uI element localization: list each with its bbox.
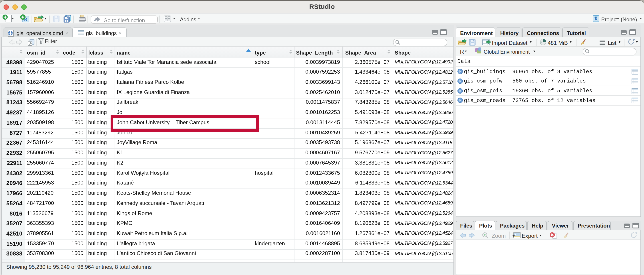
svg-text:R: R bbox=[594, 16, 598, 21]
